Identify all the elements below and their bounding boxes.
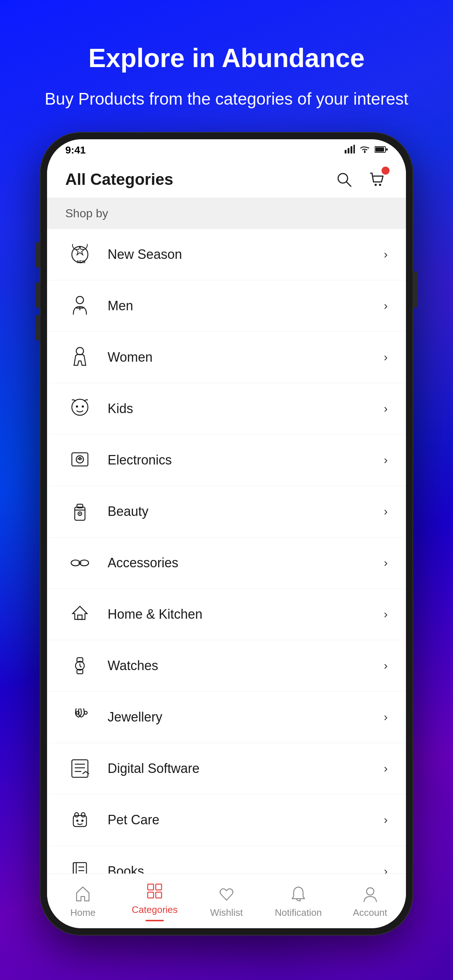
category-item-watches[interactable]: Watches › <box>47 640 406 692</box>
header-icons <box>333 169 388 190</box>
phone-inner: 9:41 All Categories <box>47 139 406 928</box>
home-nav-label: Home <box>70 907 96 918</box>
chevron-right-icon: › <box>384 402 388 415</box>
shop-by-label: Shop by <box>47 198 406 229</box>
svg-point-48 <box>76 819 78 822</box>
chevron-right-icon: › <box>384 556 388 570</box>
nav-item-wishlist[interactable]: Wishlist <box>191 874 263 928</box>
chevron-right-icon: › <box>384 504 388 518</box>
status-time: 9:41 <box>65 145 86 156</box>
status-bar: 9:41 <box>47 139 406 161</box>
svg-rect-0 <box>345 150 346 153</box>
category-item-men[interactable]: Men › <box>47 280 406 332</box>
hero-title: Explore in Abundance <box>0 44 453 73</box>
category-name: Women <box>108 350 384 365</box>
svg-rect-33 <box>78 615 82 619</box>
category-name: Men <box>108 298 384 313</box>
svg-rect-41 <box>72 760 88 777</box>
beauty-icon <box>65 497 94 526</box>
category-item-kids[interactable]: Kids › <box>47 383 406 434</box>
svg-point-49 <box>81 819 83 822</box>
account-nav-icon <box>360 884 380 904</box>
app-header: All Categories <box>47 161 406 198</box>
svg-rect-6 <box>375 147 384 152</box>
category-item-electronics[interactable]: Electronics › <box>47 434 406 486</box>
home-kitchen-icon <box>65 600 94 629</box>
svg-point-11 <box>379 184 381 186</box>
chevron-right-icon: › <box>384 659 388 672</box>
category-item-home-kitchen[interactable]: Home & Kitchen › <box>47 589 406 640</box>
category-item-pet-care[interactable]: Pet Care › <box>47 794 406 846</box>
category-name: Books <box>108 864 384 873</box>
category-name: Accessories <box>108 555 384 571</box>
digital-software-icon <box>65 754 94 783</box>
svg-point-20 <box>82 406 84 407</box>
wifi-icon <box>359 145 370 156</box>
svg-point-4 <box>364 151 366 153</box>
new-season-icon: NEW <box>65 240 94 269</box>
svg-rect-56 <box>156 884 161 890</box>
category-item-new-season[interactable]: NEW New Season › <box>47 229 406 280</box>
svg-rect-58 <box>156 892 161 898</box>
svg-rect-2 <box>351 146 353 153</box>
chevron-right-icon: › <box>384 299 388 312</box>
cart-badge <box>381 167 389 175</box>
nav-item-home[interactable]: Home <box>47 874 119 928</box>
category-item-beauty[interactable]: Beauty › <box>47 486 406 538</box>
search-icon <box>335 171 353 188</box>
category-name: Watches <box>108 658 384 673</box>
svg-rect-7 <box>386 148 388 151</box>
svg-point-29 <box>79 513 81 514</box>
category-item-accessories[interactable]: Accessories › <box>47 538 406 589</box>
chevron-right-icon: › <box>384 248 388 261</box>
svg-text:NEW: NEW <box>77 260 86 264</box>
nav-item-categories[interactable]: Categories <box>119 874 191 928</box>
category-name: Beauty <box>108 504 384 519</box>
svg-rect-55 <box>148 884 153 890</box>
category-name: Digital Software <box>108 761 384 776</box>
phone-mockup: 9:41 All Categories <box>0 133 453 935</box>
jewellery-icon <box>65 703 94 732</box>
categories-list: NEW New Season › <box>47 229 406 873</box>
phone-outer: 9:41 All Categories <box>40 133 413 935</box>
svg-rect-1 <box>348 148 349 153</box>
electronics-icon <box>65 445 94 475</box>
nav-item-notification[interactable]: Notification <box>262 874 334 928</box>
watches-icon <box>65 651 94 680</box>
category-item-women[interactable]: Women › <box>47 332 406 383</box>
men-icon <box>65 291 94 320</box>
category-name: New Season <box>108 247 384 262</box>
category-item-jewellery[interactable]: Jewellery › <box>47 692 406 743</box>
chevron-right-icon: › <box>384 813 388 827</box>
nav-item-account[interactable]: Account <box>334 874 406 928</box>
category-name: Jewellery <box>108 710 384 725</box>
svg-rect-3 <box>353 145 355 153</box>
chevron-right-icon: › <box>384 453 388 467</box>
category-name: Pet Care <box>108 812 384 827</box>
notification-nav-icon <box>288 884 309 904</box>
svg-point-19 <box>76 406 78 407</box>
hero-subtitle: Buy Products from the categories of your… <box>0 87 453 110</box>
category-item-books[interactable]: Books › <box>47 846 406 873</box>
svg-rect-57 <box>148 892 153 898</box>
search-button[interactable] <box>333 169 355 190</box>
chevron-right-icon: › <box>384 608 388 621</box>
cart-button[interactable] <box>366 169 388 190</box>
women-icon <box>65 343 94 372</box>
accessories-icon <box>65 548 94 578</box>
bottom-navigation: Home Categories <box>47 873 406 928</box>
wishlist-nav-label: Wishlist <box>210 907 243 918</box>
svg-point-14 <box>76 296 83 304</box>
pet-care-icon <box>65 805 94 835</box>
category-name: Kids <box>108 401 384 416</box>
notification-nav-label: Notification <box>274 907 322 918</box>
svg-line-9 <box>346 182 351 186</box>
category-item-digital-software[interactable]: Digital Software › <box>47 743 406 794</box>
chevron-right-icon: › <box>384 350 388 364</box>
books-icon <box>65 857 94 873</box>
active-indicator <box>145 920 164 921</box>
status-icons <box>345 145 388 156</box>
svg-rect-46 <box>75 813 78 817</box>
svg-point-40 <box>84 711 87 714</box>
svg-point-18 <box>72 399 88 415</box>
